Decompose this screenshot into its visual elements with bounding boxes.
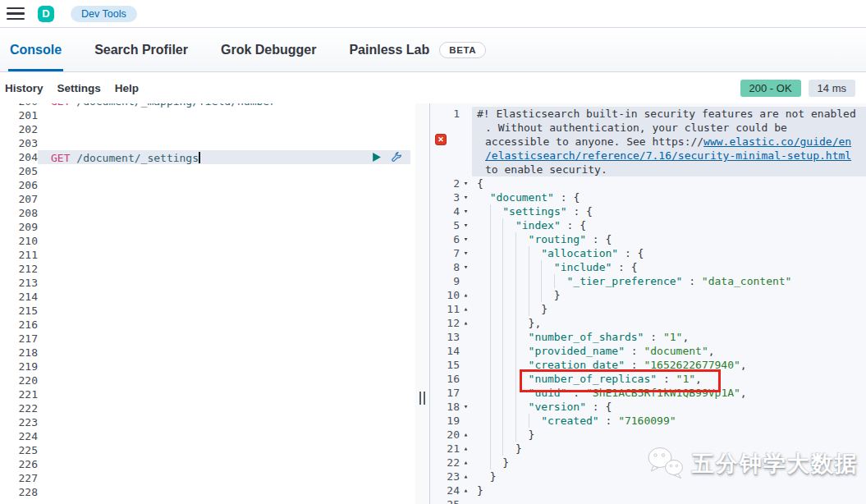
fold-toggle-icon[interactable]: ▾ [460, 246, 472, 260]
tab-grok-debugger[interactable]: Grok Debugger [219, 28, 318, 71]
tab-console[interactable]: Console [8, 28, 63, 71]
fold-toggle-icon[interactable]: ▾ [460, 400, 472, 414]
editor-line-content[interactable] [38, 429, 410, 443]
editor-line[interactable]: 210 [0, 234, 415, 248]
editor-line-content[interactable]: GET /document/_settings [38, 150, 410, 164]
tab-search-profiler[interactable]: Search Profiler [93, 28, 190, 71]
editor-line-content[interactable] [38, 415, 410, 429]
editor-line-content[interactable] [38, 262, 410, 276]
fold-toggle-icon[interactable]: ▴ [460, 442, 472, 456]
editor-line[interactable]: 208 [0, 206, 415, 220]
indent-guide [529, 302, 542, 316]
editor-line[interactable]: 224 [0, 429, 415, 443]
fold-toggle-icon[interactable]: ▾ [460, 176, 472, 190]
editor-line[interactable]: 203 [0, 136, 415, 150]
fold-toggle-icon[interactable]: ▾ [460, 260, 472, 274]
response-token: : [599, 415, 618, 427]
editor-line-content[interactable] [38, 346, 410, 360]
editor-line[interactable]: 219 [0, 360, 415, 373]
fold-toggle-icon[interactable]: ▴ [460, 288, 472, 302]
fold-toggle-icon[interactable]: ▴ [460, 428, 472, 442]
editor-line[interactable]: 211 [0, 248, 415, 262]
indent-guide [515, 330, 529, 344]
app-logo[interactable]: D [38, 6, 54, 22]
wrench-icon[interactable] [391, 152, 402, 163]
editor-line[interactable]: 220 [0, 373, 415, 387]
editor-line-content[interactable] [38, 401, 410, 415]
fold-toggle-icon[interactable]: ▴ [460, 456, 472, 470]
fold-toggle-icon[interactable]: ▴ [460, 470, 472, 483]
response-link[interactable]: /elasticsearch/reference/7.16/security-m… [485, 149, 851, 162]
editor-line-content[interactable] [38, 387, 410, 401]
indent-guide [502, 288, 515, 302]
editor-line[interactable]: 209 [0, 220, 415, 234]
editor-line-content[interactable] [38, 360, 410, 373]
splitter-handle-icon[interactable] [419, 392, 425, 405]
menu-item-help[interactable]: Help [115, 82, 139, 94]
editor-line-content[interactable] [38, 234, 410, 248]
editor-line-content[interactable] [38, 248, 410, 262]
editor-line[interactable]: 202 [0, 122, 415, 136]
editor-line[interactable]: 212 [0, 262, 415, 276]
fold-toggle-icon[interactable]: ▾ [460, 232, 472, 246]
editor-line-content[interactable] [38, 373, 410, 387]
tab-label: Grok Debugger [221, 43, 316, 57]
editor-line[interactable]: 221 [0, 387, 415, 401]
send-request-button[interactable] [371, 152, 382, 163]
editor-line-content[interactable] [38, 471, 410, 485]
editor-line-content[interactable] [38, 457, 410, 471]
indent-guide [490, 246, 503, 260]
response-line-content: "include" : { [472, 260, 866, 274]
tab-painless-lab[interactable]: Painless LabBETA [347, 28, 488, 71]
editor-line-content[interactable] [38, 304, 410, 318]
editor-line-content[interactable] [38, 206, 410, 220]
editor-line-content[interactable] [38, 164, 410, 178]
editor-line[interactable]: 204GET /document/_settings [0, 150, 415, 164]
editor-line-content[interactable] [38, 178, 410, 192]
editor-line[interactable]: 205 [0, 164, 415, 178]
request-editor-panel[interactable]: 200GET /document/_mapping/field/number20… [0, 103, 415, 504]
editor-line[interactable]: 225 [0, 443, 415, 457]
editor-line[interactable]: 222 [0, 401, 415, 415]
response-link[interactable]: www.elastic.co/guide/en [703, 135, 851, 148]
editor-line-content[interactable] [38, 290, 410, 304]
editor-line[interactable]: 217 [0, 332, 415, 346]
editor-line[interactable]: 214 [0, 290, 415, 304]
editor-line-content[interactable] [38, 136, 410, 150]
editor-line[interactable]: 223 [0, 415, 415, 429]
editor-line-content[interactable] [38, 122, 410, 136]
editor-line[interactable]: 228 [0, 485, 415, 499]
editor-line-number: 216 [0, 318, 38, 332]
editor-line-content[interactable] [38, 332, 410, 346]
menu-item-settings[interactable]: Settings [57, 82, 101, 94]
editor-line-content[interactable] [38, 485, 410, 499]
fold-toggle-icon[interactable]: ▴ [460, 483, 472, 497]
breadcrumb[interactable]: Dev Tools [71, 6, 137, 22]
editor-line[interactable]: 213 [0, 276, 415, 290]
fold-toggle-icon[interactable]: ▾ [460, 190, 472, 204]
fold-toggle-icon[interactable]: ▾ [460, 218, 472, 232]
editor-line-content[interactable] [38, 276, 410, 290]
editor-line[interactable]: 206 [0, 178, 415, 192]
editor-line[interactable]: 227 [0, 471, 415, 485]
menu-hamburger-icon[interactable] [7, 7, 25, 20]
editor-line[interactable]: 215 [0, 304, 415, 318]
editor-line[interactable]: 207 [0, 192, 415, 206]
editor-line[interactable]: 218 [0, 346, 415, 360]
editor-line-content[interactable] [38, 220, 410, 234]
fold-toggle-icon[interactable]: ▾ [460, 204, 472, 218]
editor-line[interactable]: 216 [0, 318, 415, 332]
menu-item-history[interactable]: History [5, 82, 44, 94]
response-line-content: . Without authentication, your cluster c… [472, 121, 866, 135]
editor-line-content[interactable] [38, 192, 410, 206]
editor-line[interactable]: 201 [0, 108, 415, 122]
editor-line-content[interactable] [38, 318, 410, 332]
fold-toggle-icon[interactable]: ▴ [460, 316, 472, 330]
fold-toggle-icon[interactable]: ▴ [460, 302, 472, 316]
response-token: "allocation" [541, 247, 618, 259]
editor-line-content[interactable] [38, 108, 410, 122]
indent-guide [477, 288, 490, 302]
editor-line[interactable]: 226 [0, 457, 415, 471]
editor-line-content[interactable] [38, 443, 410, 457]
panel-splitter[interactable] [415, 103, 430, 504]
